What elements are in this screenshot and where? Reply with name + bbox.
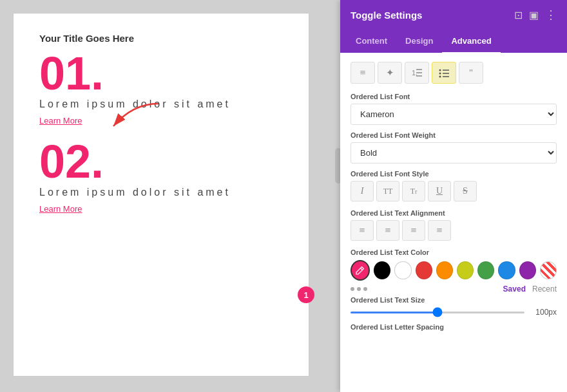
saved-label[interactable]: Saved: [503, 285, 526, 294]
toggle-number-1: 01.: [39, 50, 283, 97]
panel-title: Toggle Settings: [351, 10, 422, 21]
swatch-blue[interactable]: [498, 261, 515, 279]
tt-btn[interactable]: TT: [376, 181, 399, 201]
font-style-label: Ordered List Font Style: [351, 170, 557, 178]
text-size-section: Ordered List Text Size 100px: [351, 296, 557, 317]
badge-1: 1: [298, 286, 314, 303]
quote-btn[interactable]: ": [459, 62, 483, 84]
responsive-icon[interactable]: ⊡: [514, 9, 523, 21]
panel-header: Toggle Settings ⊡ ▣ ⋮: [340, 0, 567, 30]
font-label: Ordered List Font: [351, 93, 557, 100]
align-right-btn[interactable]: ≡: [402, 220, 425, 241]
swatch-red[interactable]: [416, 261, 432, 279]
recent-label[interactable]: Recent: [532, 285, 557, 294]
svg-point-6: [439, 73, 441, 75]
text-size-label: Ordered List Text Size: [351, 296, 557, 304]
font-weight-section: Ordered List Font Weight Bold Normal Lig…: [351, 131, 557, 163]
unordered-list-btn[interactable]: [432, 62, 456, 84]
underline-btn[interactable]: U: [428, 181, 451, 201]
dot-2[interactable]: [357, 287, 361, 291]
svg-point-5: [439, 70, 441, 71]
more-icon[interactable]: ⋮: [545, 8, 557, 22]
text-align-section: Ordered List Text Alignment ≡ ≡ ≡ ≡: [351, 209, 557, 241]
dot-1[interactable]: [351, 287, 354, 291]
text-align-label: Ordered List Text Alignment: [351, 209, 557, 217]
swatch-black[interactable]: [374, 261, 390, 279]
font-style-section: Ordered List Font Style I TT Tr U S: [351, 170, 557, 201]
toggle-item-2: 02. Lorem ipsum dolor sit amet Learn Mor…: [39, 138, 283, 214]
font-weight-select[interactable]: Bold Normal Light: [351, 142, 557, 163]
svg-point-7: [439, 76, 441, 78]
learn-more-2[interactable]: Learn More: [39, 204, 283, 214]
swatch-white[interactable]: [394, 261, 411, 279]
swatch-purple[interactable]: [519, 261, 536, 279]
letter-spacing-section: Ordered List Letter Spacing: [351, 323, 557, 331]
preview-title: Your Title Goes Here: [39, 33, 283, 44]
settings-panel: Toggle Settings ⊡ ▣ ⋮ Content Design Adv…: [340, 0, 567, 392]
tab-design[interactable]: Design: [396, 30, 442, 53]
magic-btn[interactable]: ✦: [378, 62, 402, 84]
strikethrough-btn[interactable]: S: [454, 181, 477, 201]
letter-spacing-label: Ordered List Letter Spacing: [351, 323, 557, 331]
tt-small-btn[interactable]: Tr: [402, 181, 425, 201]
learn-more-1[interactable]: Learn More: [39, 116, 283, 126]
swatch-custom[interactable]: [540, 261, 557, 279]
text-color-label: Ordered List Text Color: [351, 248, 557, 256]
layout-icon[interactable]: ▣: [529, 9, 539, 21]
text-size-slider[interactable]: [351, 312, 524, 313]
toggle-body-1: Lorem ipsum dolor sit amet: [39, 97, 283, 112]
toggle-body-2: Lorem ipsum dolor sit amet: [39, 185, 283, 200]
ordered-list-btn[interactable]: 1.: [405, 62, 429, 84]
panel-tabs: Content Design Advanced: [340, 30, 567, 53]
swatch-green[interactable]: [477, 261, 494, 279]
swatch-yellow[interactable]: [457, 261, 474, 279]
panel-body: ≡ ✦ 1. " Ordered List Font Kameron Arial…: [340, 53, 567, 392]
align-justify-btn[interactable]: ≡: [428, 220, 451, 241]
swatch-orange[interactable]: [436, 261, 453, 279]
toggle-item-1: 01. Lorem ipsum dolor sit amet Learn Mor…: [39, 50, 283, 126]
font-weight-label: Ordered List Font Weight: [351, 131, 557, 139]
text-size-value: 100px: [531, 308, 557, 317]
dot-3[interactable]: [363, 287, 367, 291]
color-picker-btn[interactable]: [351, 260, 370, 281]
align-center-btn[interactable]: ≡: [351, 62, 375, 84]
text-color-section: Ordered List Text Color: [351, 248, 557, 294]
pencil-icon: [356, 266, 365, 275]
align-left-btn[interactable]: ≡: [351, 220, 374, 241]
toggle-number-2: 02.: [39, 138, 283, 185]
italic-btn[interactable]: I: [351, 181, 374, 201]
tab-content[interactable]: Content: [347, 30, 396, 53]
font-section: Ordered List Font Kameron Arial Georgia: [351, 93, 557, 125]
icon-row: ≡ ✦ 1. ": [351, 62, 557, 84]
tab-advanced[interactable]: Advanced: [442, 30, 500, 53]
align-center-text-btn[interactable]: ≡: [376, 220, 399, 241]
font-select[interactable]: Kameron Arial Georgia: [351, 104, 557, 125]
